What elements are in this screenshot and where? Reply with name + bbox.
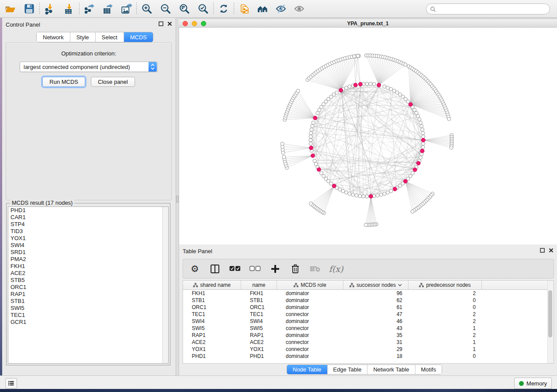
import-table-icon[interactable] xyxy=(62,2,76,15)
duplicate-network-icon[interactable] xyxy=(238,2,251,15)
mcds-result-list[interactable]: PHD1CAR1STP4TID3YOX1SWI4SRD1PMA2FKH1ACE2… xyxy=(8,206,169,364)
table-row[interactable]: STB1STB1dominator620 xyxy=(183,297,554,304)
export-network-icon[interactable] xyxy=(83,2,96,15)
export-image-icon[interactable] xyxy=(120,2,133,15)
run-mcds-button[interactable]: Run MCDS xyxy=(42,77,85,87)
table-cell: dominator xyxy=(277,304,343,310)
function-builder-icon[interactable]: f(x) xyxy=(329,264,343,274)
mcds-result-item[interactable]: SWI5 xyxy=(8,305,168,312)
deselect-all-icon[interactable] xyxy=(249,262,262,275)
zoom-selected-icon[interactable] xyxy=(197,2,210,15)
mcds-result-item[interactable]: TEC1 xyxy=(8,312,168,319)
tab-node-table[interactable]: Node Table xyxy=(287,365,328,374)
optimization-criterion-label: Optimization criterion: xyxy=(6,50,171,57)
status-bar: Memory xyxy=(0,375,557,389)
mcds-result-item[interactable]: YOX1 xyxy=(8,235,168,242)
column-header-name[interactable]: name xyxy=(241,281,277,289)
mcds-result-item[interactable]: STP4 xyxy=(8,221,168,228)
column-label: shared name xyxy=(200,282,231,288)
mcds-result-item[interactable]: TID3 xyxy=(8,228,168,235)
mcds-result-item[interactable]: STB1 xyxy=(8,298,168,305)
float-panel-icon[interactable] xyxy=(159,21,163,26)
mcds-result-item[interactable]: PMA2 xyxy=(8,256,168,263)
table-row[interactable]: FKH1FKH1dominator962 xyxy=(183,290,554,297)
table-toolbar: ⚙ f(x) xyxy=(183,259,554,279)
delete-table-icon[interactable] xyxy=(309,262,322,275)
float-panel-icon[interactable] xyxy=(540,248,545,253)
mcds-panel: Optimization criterion: largest connecte… xyxy=(6,42,172,200)
control-panel-title: Control Panel xyxy=(6,21,40,28)
show-column-icon[interactable] xyxy=(208,262,221,275)
search-field[interactable] xyxy=(426,3,550,14)
refresh-view-icon[interactable] xyxy=(217,2,230,15)
mcds-list-scrollbar[interactable] xyxy=(162,207,168,363)
select-all-icon[interactable] xyxy=(228,262,242,275)
tab-network-table[interactable]: Network Table xyxy=(367,365,415,374)
column-header-predecessor-nodes[interactable]: predecessor nodes xyxy=(408,281,482,289)
mcds-result-title: MCDS result (17 nodes) xyxy=(10,199,74,206)
tab-mcds[interactable]: MCDS xyxy=(124,32,153,42)
network-overview-icon[interactable] xyxy=(256,2,269,15)
zoom-out-icon[interactable] xyxy=(159,2,172,15)
search-input[interactable] xyxy=(436,4,550,14)
table-scrollbar[interactable] xyxy=(547,281,554,363)
tab-network[interactable]: Network xyxy=(37,32,70,42)
show-details-icon[interactable] xyxy=(293,2,306,15)
mcds-result-item[interactable]: ORC1 xyxy=(8,284,168,291)
open-session-icon[interactable] xyxy=(3,2,17,15)
zoom-in-icon[interactable] xyxy=(140,2,153,15)
table-row[interactable]: SWI5SWI5connector431 xyxy=(183,325,554,332)
fit-content-icon[interactable] xyxy=(178,2,191,15)
tab-motifs[interactable]: Motifs xyxy=(415,365,442,374)
table-cell: dominator xyxy=(277,318,343,324)
mcds-result-item[interactable]: ACE2 xyxy=(8,270,168,277)
close-panel-button[interactable]: Close panel xyxy=(91,77,135,87)
table-row[interactable]: PHD1PHD1dominator180 xyxy=(183,353,554,360)
network-window-titlebar[interactable]: YPA_prune.txt_1 xyxy=(179,19,557,28)
close-panel-icon[interactable] xyxy=(549,248,554,253)
table-panel-title: Table Panel xyxy=(183,248,212,254)
table-cell: 2 xyxy=(408,290,482,296)
column-header-shared-name[interactable]: shared name xyxy=(183,281,241,289)
export-table-icon[interactable] xyxy=(101,2,114,15)
mcds-result-item[interactable]: SRD1 xyxy=(8,249,168,256)
add-column-icon[interactable] xyxy=(269,262,282,275)
tab-edge-table[interactable]: Edge Table xyxy=(328,365,368,374)
optimization-criterion-dropdown[interactable]: largest connected component (undirected) xyxy=(20,62,158,72)
mcds-result-item[interactable]: CAR1 xyxy=(8,214,168,221)
graph-edges xyxy=(312,86,422,195)
import-network-icon[interactable] xyxy=(43,2,56,15)
table-row[interactable]: ACE2ACE2connector311 xyxy=(183,339,554,346)
network-canvas[interactable] xyxy=(179,28,557,244)
mcds-result-item[interactable]: STB5 xyxy=(8,277,168,284)
attribute-tree-icon xyxy=(193,283,198,287)
memory-button[interactable]: Memory xyxy=(514,378,552,389)
table-options-icon[interactable]: ⚙ xyxy=(188,262,201,275)
mcds-result-item[interactable]: PHD1 xyxy=(8,207,168,214)
column-header-successor-nodes[interactable]: successor nodes xyxy=(343,281,408,289)
mcds-result-item[interactable]: RAP1 xyxy=(8,291,168,298)
mcds-result-item[interactable]: FKH1 xyxy=(8,263,168,270)
mcds-result-item[interactable]: SWI4 xyxy=(8,242,168,249)
close-panel-icon[interactable] xyxy=(167,21,172,26)
save-session-icon[interactable] xyxy=(23,2,36,15)
table-cell: connector xyxy=(277,311,343,317)
table-row[interactable]: TEC1TEC1connector472 xyxy=(183,311,554,318)
column-header-MCDS-role[interactable]: MCDS role xyxy=(277,281,343,289)
table-cell: 0 xyxy=(408,304,482,310)
task-history-icon[interactable] xyxy=(5,378,17,389)
delete-column-icon[interactable] xyxy=(289,262,302,275)
table-row[interactable]: SWI4SWI4dominator462 xyxy=(183,318,554,325)
mcds-result-item[interactable]: GCR1 xyxy=(8,319,168,326)
table-cell: 1 xyxy=(408,346,482,352)
network-graph[interactable] xyxy=(179,28,557,244)
table-row[interactable]: YOX1YOX1connector291 xyxy=(183,346,554,353)
tab-select[interactable]: Select xyxy=(96,32,124,42)
hide-panels-icon[interactable] xyxy=(274,2,287,15)
table-cell: dominator xyxy=(277,297,343,303)
toolbar-separator xyxy=(136,3,137,15)
table-cell: 61 xyxy=(343,304,408,310)
tab-style[interactable]: Style xyxy=(70,32,96,42)
table-row[interactable]: RAP1RAP1dominator352 xyxy=(183,332,554,339)
table-row[interactable]: ORC1ORC1dominator610 xyxy=(183,304,554,311)
